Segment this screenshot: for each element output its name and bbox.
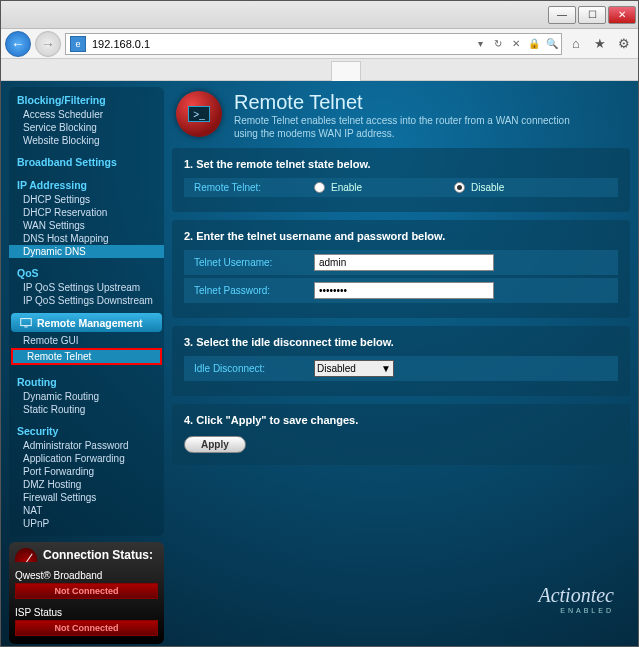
lock-icon: 🔒: [525, 34, 543, 54]
section-broadband[interactable]: Broadband Settings: [9, 153, 164, 170]
section-security[interactable]: Security: [9, 422, 164, 439]
radio-enable[interactable]: [314, 182, 325, 193]
nav-card: Blocking/Filtering Access Scheduler Serv…: [9, 87, 164, 536]
sidebar-item-remote-telnet[interactable]: Remote Telnet: [13, 350, 160, 363]
svg-rect-0: [21, 319, 32, 326]
tab-strip: [1, 59, 638, 81]
idle-label: Idle Disconnect:: [194, 363, 314, 374]
sidebar-item[interactable]: Website Blocking: [9, 134, 164, 147]
sidebar: Blocking/Filtering Access Scheduler Serv…: [9, 87, 164, 638]
connection-status-card: Connection Status: Qwest® Broadband Not …: [9, 542, 164, 644]
new-tab-button[interactable]: [331, 61, 361, 81]
password-label: Telnet Password:: [194, 285, 314, 296]
sidebar-item[interactable]: Administrator Password: [9, 439, 164, 452]
maximize-button[interactable]: ☐: [578, 6, 606, 24]
section-blocking[interactable]: Blocking/Filtering: [9, 91, 164, 108]
panel-head-4: 4. Click "Apply" to save changes.: [184, 414, 618, 426]
brand-logo: Actiontec ENABLED: [538, 584, 614, 614]
remote-icon: [19, 316, 33, 330]
minimize-button[interactable]: —: [548, 6, 576, 24]
router-page: Blocking/Filtering Access Scheduler Serv…: [1, 81, 638, 646]
password-input[interactable]: [314, 282, 494, 299]
disable-label: Disable: [471, 182, 504, 193]
page-header: >_ Remote Telnet Remote Telnet enables t…: [172, 87, 630, 140]
refresh-icon[interactable]: ↻: [489, 34, 507, 54]
ie-icon: e: [70, 36, 86, 52]
sidebar-item[interactable]: DMZ Hosting: [9, 478, 164, 491]
section-qos[interactable]: QoS: [9, 264, 164, 281]
sidebar-item[interactable]: IP QoS Settings Downstream: [9, 294, 164, 307]
sidebar-item[interactable]: WAN Settings: [9, 219, 164, 232]
back-button[interactable]: ←: [5, 31, 31, 57]
enable-label: Enable: [331, 182, 362, 193]
disable-option[interactable]: Disable: [454, 182, 594, 193]
search-icon[interactable]: 🔍: [543, 34, 561, 54]
remote-telnet-row: Remote Telnet: Enable Disable: [184, 178, 618, 197]
gauge-icon: [15, 548, 37, 562]
password-row: Telnet Password:: [184, 278, 618, 303]
sidebar-item[interactable]: Dynamic Routing: [9, 390, 164, 403]
apply-button[interactable]: Apply: [184, 436, 246, 453]
radio-disable[interactable]: [454, 182, 465, 193]
sidebar-item[interactable]: Application Forwarding: [9, 452, 164, 465]
forward-button[interactable]: →: [35, 31, 61, 57]
username-input[interactable]: [314, 254, 494, 271]
panel-state: 1. Set the remote telnet state below. Re…: [172, 148, 630, 212]
page-title: Remote Telnet: [234, 91, 594, 114]
favorites-icon[interactable]: ★: [590, 34, 610, 54]
qwest-status-bar: Not Connected: [15, 583, 158, 599]
sidebar-item[interactable]: DNS Host Mapping: [9, 232, 164, 245]
sidebar-item[interactable]: Static Routing: [9, 403, 164, 416]
section-ip[interactable]: IP Addressing: [9, 176, 164, 193]
sidebar-item[interactable]: DHCP Reservation: [9, 206, 164, 219]
remote-telnet-label: Remote Telnet:: [194, 182, 314, 193]
panel-idle: 3. Select the idle disconnect time below…: [172, 326, 630, 396]
enable-option[interactable]: Enable: [314, 182, 454, 193]
sidebar-item[interactable]: Service Blocking: [9, 121, 164, 134]
address-bar[interactable]: e ▾ ↻ ✕ 🔒 🔍: [65, 33, 562, 55]
sidebar-item-remote-gui[interactable]: Remote GUI: [9, 334, 164, 347]
username-row: Telnet Username:: [184, 250, 618, 275]
qwest-label: Qwest® Broadband: [15, 570, 158, 581]
idle-row: Idle Disconnect: Disabled ▼: [184, 356, 618, 381]
dropdown-icon[interactable]: ▾: [471, 34, 489, 54]
idle-value: Disabled: [317, 363, 356, 374]
sidebar-item[interactable]: Firewall Settings: [9, 491, 164, 504]
telnet-icon: >_: [176, 91, 222, 137]
sidebar-item-dynamic-dns[interactable]: Dynamic DNS: [9, 245, 164, 258]
browser-toolbar: ← → e ▾ ↻ ✕ 🔒 🔍 ⌂ ★ ⚙: [1, 29, 638, 59]
section-routing[interactable]: Routing: [9, 373, 164, 390]
url-input[interactable]: [90, 38, 471, 50]
window-titlebar: — ☐ ✕: [1, 1, 638, 29]
sidebar-item[interactable]: Access Scheduler: [9, 108, 164, 121]
close-button[interactable]: ✕: [608, 6, 636, 24]
isp-label: ISP Status: [15, 607, 158, 618]
svg-rect-1: [24, 327, 28, 328]
main-content: >_ Remote Telnet Remote Telnet enables t…: [172, 87, 630, 638]
home-icon[interactable]: ⌂: [566, 34, 586, 54]
highlighted-item: Remote Telnet: [11, 348, 162, 365]
section-remote-label: Remote Management: [37, 317, 143, 329]
page-subtitle: Remote Telnet enables telnet access into…: [234, 114, 594, 140]
section-remote[interactable]: Remote Management: [11, 313, 162, 332]
panel-credentials: 2. Enter the telnet username and passwor…: [172, 220, 630, 318]
chevron-down-icon: ▼: [381, 363, 391, 374]
panel-apply: 4. Click "Apply" to save changes. Apply: [172, 404, 630, 465]
sidebar-item[interactable]: UPnP: [9, 517, 164, 530]
brand-name: Actiontec: [538, 584, 614, 606]
username-label: Telnet Username:: [194, 257, 314, 268]
sidebar-item[interactable]: DHCP Settings: [9, 193, 164, 206]
stop-icon[interactable]: ✕: [507, 34, 525, 54]
brand-sub: ENABLED: [538, 607, 614, 614]
settings-icon[interactable]: ⚙: [614, 34, 634, 54]
idle-select[interactable]: Disabled ▼: [314, 360, 394, 377]
isp-status-bar: Not Connected: [15, 620, 158, 636]
connection-status-header: Connection Status:: [15, 548, 158, 562]
sidebar-item[interactable]: NAT: [9, 504, 164, 517]
sidebar-item[interactable]: Port Forwarding: [9, 465, 164, 478]
sidebar-item[interactable]: IP QoS Settings Upstream: [9, 281, 164, 294]
panel-head-1: 1. Set the remote telnet state below.: [184, 158, 618, 170]
connection-status-title: Connection Status:: [43, 548, 153, 562]
panel-head-2: 2. Enter the telnet username and passwor…: [184, 230, 618, 242]
panel-head-3: 3. Select the idle disconnect time below…: [184, 336, 618, 348]
